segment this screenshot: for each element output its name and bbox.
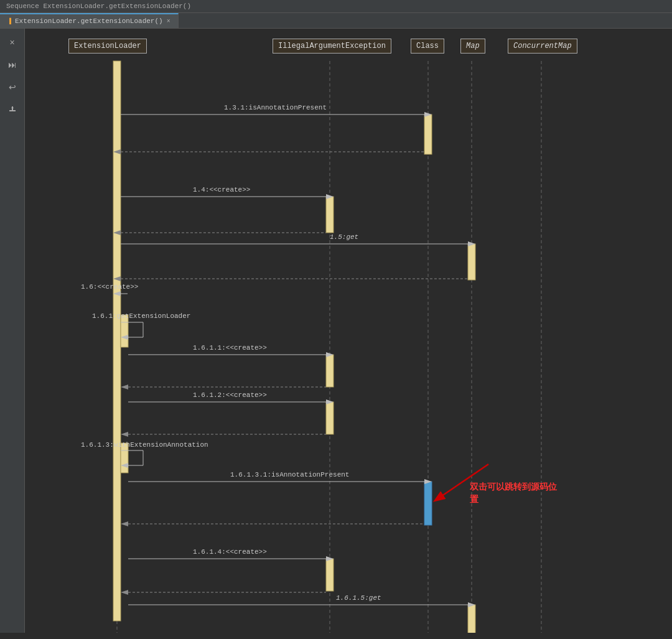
svg-marker-59 bbox=[424, 479, 432, 484]
svg-rect-11 bbox=[326, 197, 334, 233]
svg-marker-52 bbox=[121, 432, 128, 437]
svg-rect-14 bbox=[326, 355, 334, 387]
svg-rect-12 bbox=[468, 244, 475, 280]
svg-text:1.6.1.3:withExtensionAnnotatio: 1.6.1.3:withExtensionAnnotation bbox=[81, 441, 208, 449]
svg-marker-29 bbox=[113, 230, 121, 235]
svg-rect-17 bbox=[424, 482, 432, 525]
svg-marker-3 bbox=[11, 106, 14, 108]
lifeline-ExtensionLoader: ExtensionLoader bbox=[68, 39, 147, 54]
svg-text:1.5:get: 1.5:get bbox=[330, 233, 358, 241]
close-button[interactable]: × bbox=[4, 34, 21, 51]
svg-rect-15 bbox=[326, 402, 334, 434]
svg-marker-21 bbox=[424, 112, 432, 117]
tab-bar: ▐ ExtensionLoader.getExtensionLoader() × bbox=[0, 13, 672, 29]
svg-marker-67 bbox=[121, 590, 128, 595]
title-bar: Sequence ExtensionLoader.getExtensionLoa… bbox=[0, 0, 672, 13]
lifeline-ConcurrentMap: ConcurrentMap bbox=[508, 39, 577, 54]
svg-text:1.6.1.4:<<create>>: 1.6.1.4:<<create>> bbox=[193, 548, 267, 556]
svg-marker-24 bbox=[113, 149, 121, 154]
svg-text:1.6.1.2:<<create>>: 1.6.1.2:<<create>> bbox=[193, 391, 267, 399]
svg-marker-69 bbox=[468, 602, 475, 607]
annotation-text: 双击可以跳转到源码位置 bbox=[470, 482, 557, 506]
svg-rect-9 bbox=[113, 61, 121, 621]
tab-icon: ▐ bbox=[7, 18, 11, 25]
sequence-diagram-svg: 1.3.1:isAnnotationPresent 1.4:<<create>>… bbox=[25, 29, 672, 633]
svg-marker-41 bbox=[121, 335, 128, 340]
svg-marker-47 bbox=[121, 385, 128, 389]
svg-marker-44 bbox=[326, 352, 334, 357]
svg-rect-19 bbox=[468, 605, 475, 633]
svg-rect-1 bbox=[9, 111, 16, 111]
svg-rect-18 bbox=[326, 559, 334, 591]
export-button[interactable] bbox=[4, 101, 21, 118]
svg-marker-62 bbox=[121, 521, 128, 526]
svg-text:1.3.1:isAnnotationPresent: 1.3.1:isAnnotationPresent bbox=[224, 104, 327, 111]
svg-rect-13 bbox=[121, 315, 128, 347]
svg-rect-0 bbox=[9, 110, 16, 111]
tab-label: ExtensionLoader.getExtensionLoader() bbox=[15, 17, 163, 25]
svg-marker-37 bbox=[113, 291, 121, 296]
lifeline-IllegalArgumentException: IllegalArgumentException bbox=[273, 39, 391, 54]
lifeline-Class: Class bbox=[411, 39, 444, 54]
diagram-area[interactable]: 1.3.1:isAnnotationPresent 1.4:<<create>>… bbox=[25, 29, 672, 633]
lifeline-Map: Map bbox=[460, 39, 485, 54]
back-button[interactable]: ↩ bbox=[4, 78, 21, 96]
svg-marker-64 bbox=[326, 556, 334, 561]
svg-rect-10 bbox=[424, 114, 432, 154]
svg-text:1.6:<<create>>: 1.6:<<create>> bbox=[81, 283, 138, 291]
left-toolbar: × ⏭ ↩ bbox=[0, 29, 25, 633]
svg-marker-49 bbox=[326, 399, 334, 404]
tab-close-button[interactable]: × bbox=[167, 18, 170, 25]
svg-text:1.6.1.3.1:isAnnotationPresent: 1.6.1.3.1:isAnnotationPresent bbox=[230, 471, 349, 478]
sequence-tab[interactable]: ▐ ExtensionLoader.getExtensionLoader() × bbox=[0, 13, 179, 28]
svg-marker-26 bbox=[326, 194, 334, 199]
title-text: Sequence ExtensionLoader.getExtensionLoa… bbox=[6, 2, 191, 10]
svg-text:1.6.1.5:get: 1.6.1.5:get bbox=[336, 594, 381, 602]
forward-button[interactable]: ⏭ bbox=[4, 56, 21, 73]
svg-marker-56 bbox=[121, 463, 128, 468]
main-area: × ⏭ ↩ bbox=[0, 29, 672, 633]
svg-text:1.6.1.1:<<create>>: 1.6.1.1:<<create>> bbox=[193, 344, 267, 352]
svg-marker-31 bbox=[468, 241, 475, 246]
svg-rect-16 bbox=[121, 443, 128, 473]
svg-text:1.4:<<create>>: 1.4:<<create>> bbox=[193, 186, 250, 194]
svg-text:1.6.1:getExtensionLoader: 1.6.1:getExtensionLoader bbox=[92, 312, 190, 320]
svg-marker-34 bbox=[113, 276, 121, 281]
